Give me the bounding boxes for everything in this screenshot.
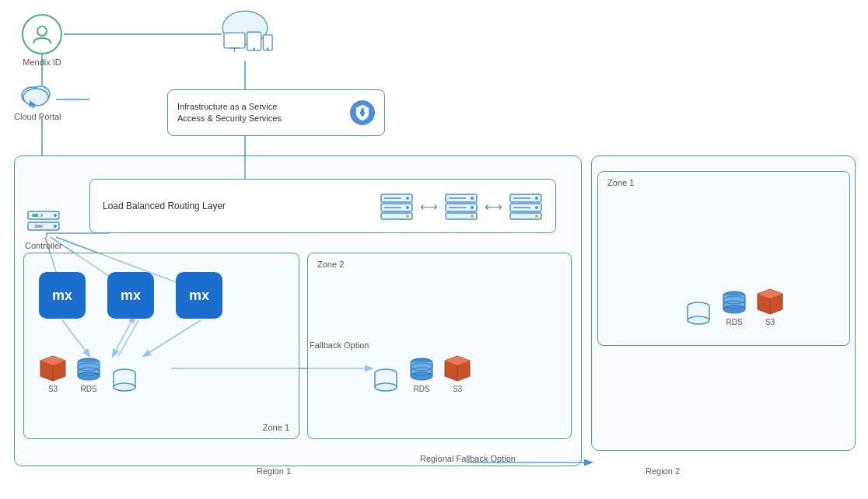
mx-icon-3: mx — [176, 272, 222, 319]
mendix-id: Mendix ID — [22, 14, 62, 67]
svg-point-42 — [471, 215, 474, 218]
controller-label: Controller — [25, 241, 62, 250]
lb-label: Load Balanced Routing Layer — [103, 201, 226, 211]
rds-shape-zone2 — [408, 354, 436, 382]
svg-point-76 — [375, 383, 397, 391]
db-group-region2: RDS S3 — [684, 288, 784, 326]
s3-label-r2: S3 — [765, 318, 775, 326]
s3-shape-zone2 — [443, 354, 471, 382]
svg-point-55 — [54, 214, 57, 217]
rds-shape-r2 — [720, 288, 748, 316]
zone1-r2-label: Zone 1 — [607, 178, 634, 187]
svg-point-34 — [406, 215, 409, 218]
db-group-zone1: S3 RDS — [39, 354, 138, 393]
server-icon-1 — [380, 191, 414, 221]
cloud-portal-icon — [17, 78, 58, 109]
diagram-container: Mendix ID Cloud Portal — [0, 0, 868, 499]
fallback-label: Fallback Option — [310, 340, 369, 350]
svg-point-48 — [535, 197, 538, 200]
zone2-label: Zone 2 — [317, 260, 344, 269]
iaas-line2: Access & Security Services — [177, 113, 282, 123]
rds-icon-r2: RDS — [720, 288, 748, 326]
s3-label-zone2: S3 — [453, 385, 462, 393]
cyl-icon-r2 — [684, 298, 712, 326]
s3-shape-zone1 — [39, 354, 67, 382]
rds-label-zone2: RDS — [413, 385, 429, 393]
controller-icon — [26, 208, 61, 238]
svg-rect-25 — [247, 32, 261, 50]
lb-box: Load Balanced Routing Layer ⟷ — [89, 179, 556, 233]
lb-servers: ⟷ ⟷ — [380, 191, 543, 221]
fire-shield-icon — [350, 100, 375, 125]
mx-icon-2: mx — [107, 272, 154, 319]
mendix-id-icon — [22, 14, 62, 54]
svg-point-94 — [723, 305, 745, 313]
svg-point-20 — [23, 89, 48, 106]
s3-shape-r2 — [756, 288, 784, 316]
mendix-id-label: Mendix ID — [23, 58, 61, 67]
regional-fallback-label: Regional Fallback Option — [420, 454, 516, 463]
svg-point-49 — [535, 206, 538, 209]
svg-point-17 — [37, 26, 47, 36]
arrow-icon-2: ⟷ — [485, 199, 502, 214]
s3-icon-zone2: S3 — [443, 354, 471, 393]
svg-point-89 — [688, 316, 709, 324]
iaas-box: Infrastructure as a Service Access & Sec… — [167, 89, 385, 136]
rds-label-r2: RDS — [726, 318, 742, 326]
cyl-shape-zone1 — [110, 365, 138, 393]
svg-point-50 — [535, 215, 538, 218]
cyl-shape-r2 — [684, 298, 712, 326]
cyl-icon-zone1 — [110, 365, 138, 393]
svg-point-81 — [411, 372, 432, 380]
server-icon-2 — [444, 191, 478, 221]
rds-label-zone1: RDS — [80, 385, 96, 393]
svg-point-71 — [114, 383, 135, 391]
svg-point-26 — [253, 47, 255, 50]
region1-label: Region 1 — [257, 466, 291, 476]
svg-point-60 — [32, 225, 35, 228]
iaas-line1: Infrastructure as a Service — [177, 102, 277, 111]
server-icon-3 — [509, 191, 543, 221]
db-group-zone2: RDS S3 — [372, 354, 471, 393]
device-icon — [210, 6, 280, 61]
cyl-shape-zone2 — [372, 365, 400, 393]
rds-icon-zone2: RDS — [408, 354, 436, 393]
rds-shape-zone1 — [75, 354, 103, 382]
svg-point-33 — [406, 206, 409, 209]
svg-point-58 — [38, 214, 41, 217]
rds-icon-zone1: RDS — [75, 354, 103, 393]
cloud-portal: Cloud Portal — [14, 78, 61, 121]
cloud-portal-label: Cloud Portal — [14, 112, 61, 121]
mx-group: mx mx mx — [39, 272, 222, 319]
arrow-icon-1: ⟷ — [420, 199, 438, 214]
svg-point-40 — [471, 197, 474, 200]
iaas-text: Infrastructure as a Service Access & Sec… — [177, 101, 342, 125]
mx-icon-1: mx — [39, 272, 86, 319]
s3-icon-zone1: S3 — [39, 354, 67, 393]
svg-point-28 — [267, 47, 269, 50]
zone1-label: Zone 1 — [263, 423, 289, 432]
svg-point-56 — [54, 225, 57, 228]
svg-point-41 — [471, 206, 474, 209]
svg-rect-22 — [224, 33, 245, 48]
svg-point-64 — [78, 372, 100, 380]
s3-icon-r2: S3 — [756, 288, 784, 326]
device-group — [210, 6, 280, 61]
cyl-icon-zone2 — [372, 365, 400, 393]
svg-point-32 — [406, 197, 409, 200]
s3-label-zone1: S3 — [48, 385, 58, 393]
region2-label: Region 2 — [646, 466, 680, 476]
controller: Controller — [25, 208, 62, 250]
